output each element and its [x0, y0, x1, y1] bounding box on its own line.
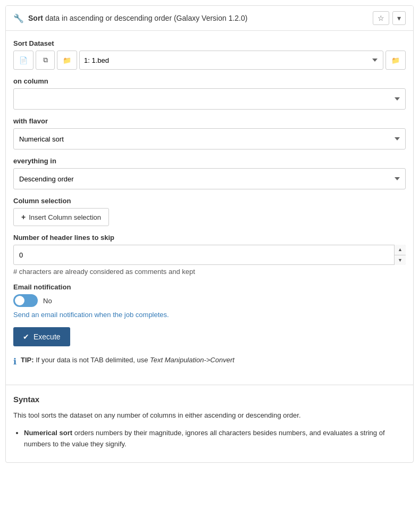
tool-title-bold: Sort — [28, 14, 43, 22]
toggle-label: No — [43, 297, 52, 305]
email-toggle[interactable] — [13, 294, 38, 307]
copy-dataset-button[interactable]: ⧉ — [36, 51, 55, 70]
header-lines-container: ▲ ▼ — [13, 245, 406, 265]
check-icon: ✔ — [23, 332, 29, 341]
email-notification-label: Email notification — [13, 283, 406, 291]
tool-header: 🔧 Sort data in ascending or descending o… — [6, 6, 413, 31]
options-chevron-button[interactable]: ▾ — [392, 11, 406, 25]
execute-button[interactable]: ✔ Execute — [13, 327, 70, 346]
form-body: Sort Dataset 📄 ⧉ 📁 1: 1.bed 📁 on column … — [6, 31, 413, 375]
dataset-select[interactable]: 1: 1.bed — [79, 51, 383, 70]
section-divider — [6, 385, 413, 385]
folder-icon: 📁 — [63, 56, 71, 64]
browse-dataset-button[interactable]: 📁 — [386, 51, 406, 70]
list-item-rest: orders numbers by their magnitude, ignor… — [24, 429, 385, 448]
star-button[interactable]: ☆ — [373, 11, 389, 25]
toggle-slider — [13, 294, 38, 307]
tool-title: Sort data in ascending or descending ord… — [28, 14, 247, 22]
sort-dataset-label: Sort Dataset — [13, 39, 406, 47]
syntax-section: Syntax This tool sorts the dataset on an… — [6, 395, 413, 462]
column-selection-label: Column selection — [13, 197, 406, 205]
tip-text: TIP: If your data is not TAB delimited, … — [21, 356, 234, 364]
header-actions: ☆ ▾ — [373, 11, 406, 25]
everything-in-select[interactable]: Ascending order Descending order — [13, 168, 406, 189]
info-icon: ℹ — [13, 356, 16, 367]
on-column-select[interactable] — [13, 88, 406, 110]
main-container: 🔧 Sort data in ascending or descending o… — [5, 5, 414, 463]
wrench-icon: 🔧 — [13, 13, 24, 23]
insert-column-btn-label: Insert Column selection — [29, 213, 101, 221]
comment-text: # characters are already considered as c… — [13, 268, 406, 276]
email-notification-link[interactable]: Send an email notification when the job … — [13, 311, 169, 319]
new-dataset-button[interactable]: 📄 — [13, 51, 33, 70]
syntax-list: Numerical sort orders numbers by their m… — [24, 428, 406, 450]
number-spinners: ▲ ▼ — [394, 245, 406, 265]
tip-link[interactable]: Text Manipulation->Convert — [150, 356, 234, 364]
header-lines-input[interactable] — [13, 245, 406, 265]
browse-icon: 📁 — [391, 56, 400, 64]
execute-btn-label: Execute — [33, 332, 61, 341]
collection-button[interactable]: 📁 — [57, 51, 77, 70]
plus-icon: + — [21, 213, 26, 221]
with-flavor-label: with flavor — [13, 117, 406, 125]
insert-column-button[interactable]: + Insert Column selection — [13, 208, 109, 226]
tool-title-rest: data in ascending or descending order (G… — [43, 14, 247, 22]
on-column-label: on column — [13, 77, 406, 85]
syntax-title: Syntax — [13, 395, 406, 404]
syntax-description: This tool sorts the dataset on any numbe… — [13, 410, 406, 421]
spinner-down-button[interactable]: ▼ — [395, 255, 406, 265]
list-item: Numerical sort orders numbers by their m… — [24, 428, 406, 450]
tip-section: ℹ TIP: If your data is not TAB delimited… — [13, 356, 406, 367]
copy-icon: ⧉ — [43, 56, 48, 64]
header-lines-label: Number of header lines to skip — [13, 234, 406, 242]
tip-text-before: If your data is not TAB delimited, use — [34, 356, 150, 364]
dataset-row: 📄 ⧉ 📁 1: 1.bed 📁 — [13, 51, 406, 70]
with-flavor-select[interactable]: Numerical sort Alphabetical sort — [13, 128, 406, 149]
toggle-row: No — [13, 294, 406, 307]
everything-in-label: everything in — [13, 157, 406, 165]
spinner-up-button[interactable]: ▲ — [395, 245, 406, 255]
tool-header-left: 🔧 Sort data in ascending or descending o… — [13, 13, 247, 23]
new-file-icon: 📄 — [19, 56, 28, 64]
tip-prefix: TIP: — [21, 356, 34, 364]
list-item-bold: Numerical sort — [24, 429, 72, 437]
